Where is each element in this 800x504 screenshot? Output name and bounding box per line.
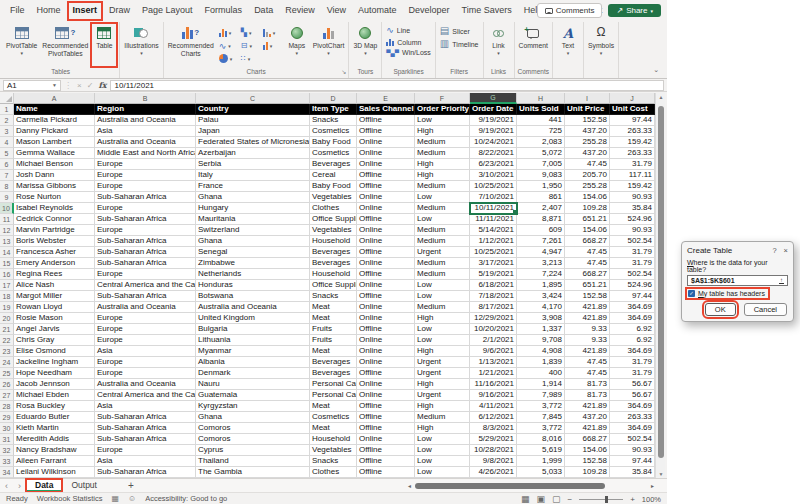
cell[interactable]: 9,708 <box>517 335 565 346</box>
cell[interactable]: Italy <box>196 170 310 181</box>
cell[interactable]: 609 <box>517 225 565 236</box>
cell[interactable]: 5/19/2021 <box>470 269 517 280</box>
cell[interactable]: Beverages <box>310 368 357 379</box>
cell[interactable]: Offline <box>357 126 415 137</box>
cell[interactable]: 1,914 <box>517 379 565 390</box>
cell[interactable]: Medium <box>415 236 470 247</box>
cell[interactable]: Online <box>357 379 415 390</box>
cell[interactable]: Personal Care <box>310 390 357 401</box>
cell[interactable]: Carmella Pickard <box>14 115 95 126</box>
hierarchy-chart-icon[interactable]: ▚▾ <box>239 26 261 39</box>
cell[interactable]: Angel Jarvis <box>14 324 95 335</box>
cell[interactable]: 421.89 <box>565 313 610 324</box>
column-header-D[interactable]: D <box>310 93 357 104</box>
cell[interactable]: Sub-Saharan Africa <box>95 291 196 302</box>
cell[interactable]: 8/3/2021 <box>470 423 517 434</box>
cell[interactable]: Offline <box>357 467 415 478</box>
row-number[interactable]: 2 <box>0 115 14 126</box>
cell[interactable]: High <box>415 379 470 390</box>
cell[interactable]: 668.27 <box>565 236 610 247</box>
row-number[interactable]: 15 <box>0 258 14 269</box>
recommended-pivottables-button[interactable]: ?Recommended PivotTables <box>40 23 90 67</box>
cell[interactable]: 263.33 <box>610 126 655 137</box>
cell[interactable]: 3,772 <box>517 423 565 434</box>
3d-map-button[interactable]: 3D Map▾ <box>351 23 379 67</box>
ribbon-tab-page-layout[interactable]: Page Layout <box>136 1 199 21</box>
cell[interactable]: 11/16/2021 <box>470 379 517 390</box>
cell[interactable]: Medium <box>415 181 470 192</box>
cell[interactable]: 437.20 <box>565 148 610 159</box>
row-number[interactable]: 18 <box>0 291 14 302</box>
cell[interactable]: Online <box>357 159 415 170</box>
cell[interactable]: 437.20 <box>565 412 610 423</box>
cell[interactable]: Online <box>357 390 415 401</box>
cell[interactable]: Asia <box>95 126 196 137</box>
cell[interactable]: 154.06 <box>565 225 610 236</box>
cell[interactable]: Kyrgyzstan <box>196 401 310 412</box>
cell[interactable]: 159.42 <box>610 181 655 192</box>
cell[interactable]: 1/13/2021 <box>470 357 517 368</box>
cell[interactable]: 4,947 <box>517 247 565 258</box>
scroll-right-icon[interactable]: ► <box>650 483 655 489</box>
ok-button[interactable]: OK <box>705 303 736 316</box>
cell[interactable]: 152.58 <box>565 456 610 467</box>
cell[interactable]: Offline <box>357 115 415 126</box>
row-number[interactable]: 12 <box>0 225 14 236</box>
cell[interactable]: 255.28 <box>565 137 610 148</box>
cell[interactable]: Meat <box>310 423 357 434</box>
cell[interactable]: Europe <box>95 269 196 280</box>
row-number[interactable]: 20 <box>0 313 14 324</box>
cell[interactable]: Beverages <box>310 247 357 258</box>
cell[interactable]: Offline <box>357 269 415 280</box>
row-number[interactable]: 19 <box>0 302 14 313</box>
cell[interactable]: Gemma Wallace <box>14 148 95 159</box>
text-button[interactable]: AText▾ <box>555 23 581 67</box>
page-layout-view-icon[interactable]: ▣ <box>536 495 545 504</box>
cell[interactable]: Vegetables <box>310 445 357 456</box>
cell[interactable]: Medium <box>415 412 470 423</box>
cell[interactable]: Senegal <box>196 247 310 258</box>
cell[interactable]: Cosmetics <box>310 412 357 423</box>
cell[interactable]: 725 <box>517 126 565 137</box>
cell[interactable]: Denmark <box>196 368 310 379</box>
row-number[interactable]: 11 <box>0 214 14 225</box>
cell[interactable]: Low <box>415 445 470 456</box>
cell[interactable]: 9/8/2021 <box>470 456 517 467</box>
cell[interactable]: 47.45 <box>565 159 610 170</box>
row-number[interactable]: 6 <box>0 159 14 170</box>
row-number[interactable]: 27 <box>0 390 14 401</box>
win-loss-button[interactable]: ▀▄▀Win/Loss <box>384 48 433 57</box>
cell[interactable]: 8/17/2021 <box>470 302 517 313</box>
cell[interactable]: 154.06 <box>565 445 610 456</box>
slicer-button[interactable]: ▤Slicer <box>438 25 481 37</box>
cell[interactable]: Europe <box>95 203 196 214</box>
comments-button[interactable]: Comments <box>537 3 603 18</box>
cell[interactable]: 10/25/2021 <box>470 181 517 192</box>
cell[interactable]: Beverages <box>310 159 357 170</box>
cell[interactable]: Asia <box>95 456 196 467</box>
formula-input[interactable]: 10/11/2021 <box>110 80 664 91</box>
cell[interactable]: Clothes <box>310 467 357 478</box>
cell[interactable]: 524.96 <box>610 280 655 291</box>
cell[interactable]: Low <box>415 335 470 346</box>
confirm-entry-icon[interactable]: ✓ <box>87 81 94 90</box>
cell[interactable]: Hope Needham <box>14 368 95 379</box>
cell[interactable]: Serbia <box>196 159 310 170</box>
sheet-nav-right-icon[interactable]: › <box>13 481 26 491</box>
cell[interactable]: Online <box>357 236 415 247</box>
cell[interactable]: Offline <box>357 423 415 434</box>
zoom-out-icon[interactable]: − <box>567 495 572 504</box>
ribbon-tab-data[interactable]: Data <box>248 1 279 21</box>
cell[interactable]: 31.79 <box>610 368 655 379</box>
cell[interactable]: 9/16/2021 <box>470 390 517 401</box>
cell[interactable]: Online <box>357 434 415 445</box>
scroll-up-icon[interactable]: ▲ <box>656 94 666 100</box>
cell[interactable]: Clothes <box>310 203 357 214</box>
cell[interactable]: Snacks <box>310 456 357 467</box>
cell[interactable]: 4,170 <box>517 302 565 313</box>
cell[interactable]: Guatemala <box>196 390 310 401</box>
cell[interactable]: France <box>196 181 310 192</box>
cell[interactable]: Online <box>357 357 415 368</box>
column-header-I[interactable]: I <box>565 93 610 104</box>
cell[interactable]: 90.93 <box>610 445 655 456</box>
